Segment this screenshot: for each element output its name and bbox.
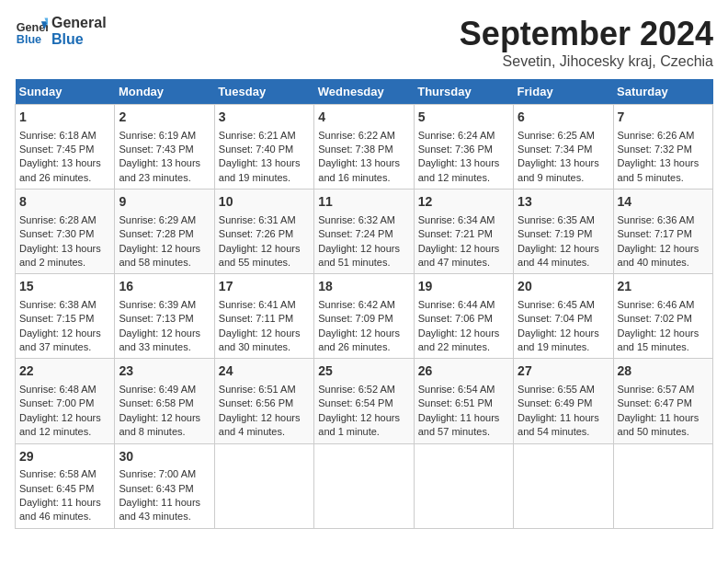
day-detail: and 12 minutes. <box>418 171 509 185</box>
day-detail: and 57 minutes. <box>418 425 509 439</box>
calendar-cell: 29Sunrise: 6:58 AMSunset: 6:45 PMDayligh… <box>16 443 115 528</box>
day-detail: and 55 minutes. <box>219 256 310 270</box>
day-number: 29 <box>19 448 110 466</box>
calendar-cell <box>514 443 613 528</box>
day-detail: Sunrise: 6:51 AM <box>219 383 310 396</box>
day-detail: Daylight: 13 hours <box>418 156 509 170</box>
weekday-header-saturday: Saturday <box>613 79 712 105</box>
day-detail: Sunrise: 6:49 AM <box>119 383 210 396</box>
day-detail: and 19 minutes. <box>219 171 310 185</box>
day-detail: Sunrise: 6:54 AM <box>418 383 509 396</box>
day-number: 23 <box>119 362 210 381</box>
day-detail: Sunrise: 6:35 AM <box>518 213 609 227</box>
day-detail: Sunrise: 6:25 AM <box>518 129 609 143</box>
day-detail: Daylight: 12 hours <box>119 242 210 256</box>
day-detail: Sunrise: 6:58 AM <box>19 467 110 481</box>
calendar-cell: 3Sunrise: 6:21 AMSunset: 7:40 PMDaylight… <box>214 105 313 190</box>
day-detail: Sunrise: 6:55 AM <box>518 383 609 396</box>
calendar-cell: 18Sunrise: 6:42 AMSunset: 7:09 PMDayligh… <box>314 274 414 359</box>
day-detail: and 37 minutes. <box>19 340 110 354</box>
calendar-cell: 22Sunrise: 6:48 AMSunset: 7:00 PMDayligh… <box>16 359 115 443</box>
day-detail: Sunset: 6:54 PM <box>318 396 409 410</box>
day-detail: and 1 minute. <box>318 425 409 439</box>
calendar-cell: 27Sunrise: 6:55 AMSunset: 6:49 PMDayligh… <box>514 359 613 443</box>
month-year-title: September 2024 <box>460 15 713 53</box>
day-detail: and 40 minutes. <box>618 256 709 270</box>
day-number: 4 <box>318 109 409 127</box>
day-number: 19 <box>418 278 509 296</box>
day-detail: Sunset: 7:32 PM <box>618 143 709 156</box>
day-detail: Daylight: 11 hours <box>518 411 609 425</box>
day-number: 12 <box>418 193 509 212</box>
day-detail: Daylight: 12 hours <box>119 327 210 340</box>
calendar-cell: 21Sunrise: 6:46 AMSunset: 7:02 PMDayligh… <box>613 274 712 359</box>
day-detail: and 19 minutes. <box>518 340 609 354</box>
day-detail: Sunrise: 6:19 AM <box>119 129 210 143</box>
day-detail: Sunrise: 6:45 AM <box>518 298 609 312</box>
calendar-cell: 13Sunrise: 6:35 AMSunset: 7:19 PMDayligh… <box>514 190 613 274</box>
day-detail: Sunrise: 6:26 AM <box>618 129 709 143</box>
day-detail: Sunset: 7:19 PM <box>518 227 609 241</box>
day-number: 25 <box>318 362 409 381</box>
calendar-cell: 7Sunrise: 6:26 AMSunset: 7:32 PMDaylight… <box>613 105 712 190</box>
calendar-cell: 6Sunrise: 6:25 AMSunset: 7:34 PMDaylight… <box>514 105 613 190</box>
calendar-cell: 20Sunrise: 6:45 AMSunset: 7:04 PMDayligh… <box>514 274 613 359</box>
calendar-week-row-1: 1Sunrise: 6:18 AMSunset: 7:45 PMDaylight… <box>16 105 713 190</box>
day-number: 17 <box>219 278 310 296</box>
day-detail: Sunset: 7:34 PM <box>518 143 609 156</box>
day-detail: Daylight: 12 hours <box>219 327 310 340</box>
day-detail: and 44 minutes. <box>518 256 609 270</box>
day-detail: Daylight: 13 hours <box>518 156 609 170</box>
day-detail: Sunset: 6:49 PM <box>518 396 609 410</box>
day-detail: Sunrise: 6:57 AM <box>618 383 709 396</box>
day-number: 7 <box>618 109 709 127</box>
logo-general: General <box>51 15 107 31</box>
day-detail: and 58 minutes. <box>119 256 210 270</box>
day-detail: Sunset: 7:24 PM <box>318 227 409 241</box>
day-number: 8 <box>19 193 110 212</box>
calendar-cell: 25Sunrise: 6:52 AMSunset: 6:54 PMDayligh… <box>314 359 414 443</box>
day-detail: Sunset: 7:28 PM <box>119 227 210 241</box>
day-detail: Sunrise: 6:39 AM <box>119 298 210 312</box>
day-detail: Daylight: 11 hours <box>618 411 709 425</box>
day-detail: Sunset: 7:09 PM <box>318 312 409 326</box>
day-number: 24 <box>219 362 310 381</box>
logo: General Blue General Blue <box>15 15 107 48</box>
day-detail: Sunrise: 6:21 AM <box>219 129 310 143</box>
calendar-cell: 24Sunrise: 6:51 AMSunset: 6:56 PMDayligh… <box>214 359 313 443</box>
day-detail: Sunrise: 6:44 AM <box>418 298 509 312</box>
svg-text:Blue: Blue <box>17 33 41 46</box>
weekday-header-thursday: Thursday <box>414 79 513 105</box>
weekday-header-tuesday: Tuesday <box>214 79 313 105</box>
day-detail: and 2 minutes. <box>19 256 110 270</box>
calendar-cell: 14Sunrise: 6:36 AMSunset: 7:17 PMDayligh… <box>613 190 712 274</box>
day-detail: Daylight: 12 hours <box>219 411 310 425</box>
calendar-cell: 1Sunrise: 6:18 AMSunset: 7:45 PMDaylight… <box>16 105 115 190</box>
day-detail: Daylight: 13 hours <box>19 156 110 170</box>
calendar-table: SundayMondayTuesdayWednesdayThursdayFrid… <box>15 79 713 529</box>
calendar-cell: 11Sunrise: 6:32 AMSunset: 7:24 PMDayligh… <box>314 190 414 274</box>
day-detail: and 22 minutes. <box>418 340 509 354</box>
day-detail: Sunrise: 6:48 AM <box>19 383 110 396</box>
day-detail: Daylight: 12 hours <box>219 242 310 256</box>
page-header: General Blue General Blue September 2024… <box>15 15 713 70</box>
day-detail: and 51 minutes. <box>318 256 409 270</box>
day-detail: Sunrise: 6:52 AM <box>318 383 409 396</box>
day-detail: Sunrise: 6:41 AM <box>219 298 310 312</box>
day-detail: Daylight: 12 hours <box>19 411 110 425</box>
day-detail: and 50 minutes. <box>618 425 709 439</box>
day-detail: Daylight: 11 hours <box>418 411 509 425</box>
day-number: 18 <box>318 278 409 296</box>
day-detail: Daylight: 13 hours <box>219 156 310 170</box>
day-detail: and 30 minutes. <box>219 340 310 354</box>
weekday-header-wednesday: Wednesday <box>314 79 414 105</box>
day-detail: and 15 minutes. <box>618 340 709 354</box>
location-subtitle: Sevetin, Jihocesky kraj, Czechia <box>460 53 713 70</box>
day-number: 26 <box>418 362 509 381</box>
weekday-header-friday: Friday <box>514 79 613 105</box>
day-detail: Daylight: 12 hours <box>318 411 409 425</box>
day-number: 9 <box>119 193 210 212</box>
day-detail: Daylight: 13 hours <box>119 156 210 170</box>
day-detail: Daylight: 12 hours <box>618 327 709 340</box>
day-number: 10 <box>219 193 310 212</box>
